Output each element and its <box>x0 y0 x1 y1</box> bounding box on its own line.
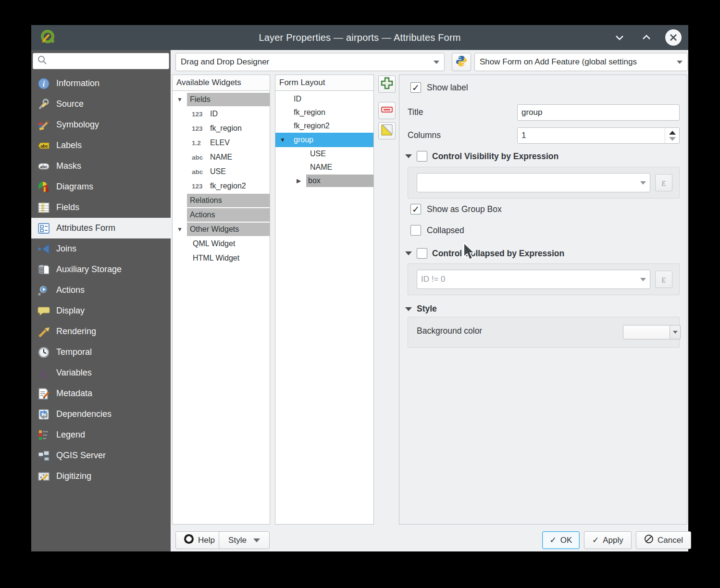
layout-item-group[interactable]: ▼ group <box>275 133 373 147</box>
expander-closed-icon[interactable]: ▶ <box>297 177 306 184</box>
close-icon[interactable] <box>665 29 682 46</box>
tree-category-other-widgets[interactable]: ▼ Other Widgets <box>173 222 270 237</box>
sidebar-item-legend[interactable]: Legend <box>31 425 171 445</box>
sidebar-item-dependencies[interactable]: Dependencies <box>31 404 171 425</box>
expander-open-icon[interactable]: ▼ <box>173 226 187 233</box>
sidebar-item-masks[interactable]: abc Masks <box>31 156 171 176</box>
sidebar-item-attributes-form[interactable]: Attributes Form <box>31 218 171 238</box>
qgis-logo-icon <box>38 28 56 47</box>
color-dropdown-arrow[interactable] <box>670 325 681 339</box>
help-button[interactable]: Help <box>175 531 223 549</box>
visibility-expression-frame: ε <box>408 167 680 199</box>
collapse-arrow-icon[interactable] <box>405 307 412 311</box>
available-widgets-header: Available Widgets <box>173 75 270 91</box>
tree-item-fk-region2[interactable]: 123 fk_region2 <box>173 179 270 193</box>
dialog-footer: Help Style ✓ OK ✓ Apply Cancel <box>171 531 688 550</box>
layout-item-name[interactable]: NAME <box>275 161 373 174</box>
python-init-button[interactable] <box>452 53 471 71</box>
tree-item-use[interactable]: abc USE <box>173 164 270 179</box>
sidebar-item-diagrams[interactable]: Diagrams <box>31 176 171 197</box>
search-box[interactable] <box>33 53 169 69</box>
integer-field-icon: 123 <box>192 125 210 132</box>
form-layout-tree: ID fk_region fk_region2 ▼ group USE NAME <box>275 91 373 188</box>
layout-item-fk-region[interactable]: fk_region <box>275 106 373 119</box>
collapse-expr-checkbox[interactable]: ✓ <box>417 248 427 259</box>
widget-properties-panel: ✓ Show label Title Columns ✓ Control <box>399 75 687 525</box>
sidebar-item-metadata[interactable]: Metadata <box>31 383 171 404</box>
columns-input[interactable] <box>518 128 665 143</box>
style-button[interactable]: Style <box>219 531 270 549</box>
spin-down-icon[interactable] <box>669 137 676 141</box>
sidebar-item-temporal[interactable]: Temporal <box>31 342 171 363</box>
collapse-arrow-icon[interactable] <box>405 154 412 158</box>
show-label-row: ✓ Show label <box>410 82 468 93</box>
background-color-button[interactable] <box>623 325 681 339</box>
color-swatch[interactable] <box>623 325 670 339</box>
sidebar-item-symbology[interactable]: Symbology <box>31 114 171 135</box>
tree-item-elev[interactable]: 1.2 ELEV <box>173 136 270 150</box>
columns-spinner[interactable] <box>517 127 680 144</box>
ok-button[interactable]: ✓ OK <box>542 531 580 549</box>
visibility-expression-builder-button[interactable]: ε <box>655 174 672 191</box>
add-widget-button[interactable] <box>378 75 396 93</box>
spinner-arrows[interactable] <box>665 128 679 143</box>
collapsed-expression-builder-button[interactable]: ε <box>655 271 672 288</box>
metadata-icon <box>37 387 50 400</box>
spin-up-icon[interactable] <box>669 131 676 135</box>
sidebar-item-information[interactable]: i Information <box>31 73 171 94</box>
sidebar-item-labels[interactable]: abc Labels <box>31 135 171 156</box>
tree-item-qml-widget[interactable]: QML Widget <box>173 237 270 251</box>
visibility-checkbox[interactable]: ✓ <box>417 151 427 162</box>
collapse-arrow-icon[interactable] <box>405 251 412 255</box>
epsilon-icon: ε <box>661 274 666 285</box>
title-input[interactable] <box>517 104 680 121</box>
tree-category-relations[interactable]: Relations <box>173 193 270 208</box>
joins-icon <box>37 242 50 256</box>
expander-open-icon[interactable]: ▼ <box>173 96 187 103</box>
tree-category-fields[interactable]: ▼ Fields <box>173 92 270 107</box>
search-icon <box>37 55 48 67</box>
cancel-button[interactable]: Cancel <box>636 531 691 549</box>
integer-field-icon: 123 <box>192 183 210 190</box>
visibility-expression-input[interactable] <box>421 178 640 188</box>
layout-item-use[interactable]: USE <box>275 147 373 161</box>
collapsed-checkbox[interactable]: ✓ <box>410 225 421 236</box>
show-as-group-box-checkbox[interactable]: ✓ <box>410 204 421 214</box>
expander-open-icon[interactable]: ▼ <box>275 137 290 143</box>
sidebar-item-joins[interactable]: Joins <box>31 238 171 259</box>
sidebar-item-digitizing[interactable]: Digitizing <box>31 466 171 487</box>
apply-button[interactable]: ✓ Apply <box>584 531 632 549</box>
form-mode-select[interactable]: Show Form on Add Feature (global setting… <box>474 53 688 71</box>
tree-item-id[interactable]: 123 ID <box>173 107 270 121</box>
sidebar-item-rendering[interactable]: Rendering <box>31 321 171 342</box>
search-input[interactable] <box>50 55 169 67</box>
show-label-checkbox[interactable]: ✓ <box>410 82 421 93</box>
sidebar-item-auxiliary-storage[interactable]: Auxiliary Storage <box>31 259 171 280</box>
style-section-header: Style <box>405 304 437 314</box>
collapsed-expression-combo[interactable] <box>417 270 650 289</box>
collapsed-expression-input[interactable] <box>421 275 640 284</box>
layout-item-box[interactable]: ▶ box <box>275 174 373 188</box>
sidebar-item-variables[interactable]: ε Variables <box>31 363 171 383</box>
layout-item-fk-region2[interactable]: fk_region2 <box>275 119 373 133</box>
edit-widget-button[interactable] <box>378 122 396 139</box>
sidebar-item-source[interactable]: Source <box>31 94 171 114</box>
remove-widget-button[interactable] <box>378 102 396 119</box>
legend-icon <box>37 428 50 442</box>
tree-item-name[interactable]: abc NAME <box>173 150 270 164</box>
designer-select[interactable]: Drag and Drop Designer <box>175 53 445 71</box>
tree-item-fk-region[interactable]: 123 fk_region <box>173 121 270 136</box>
collapsed-expression-frame: ε <box>408 263 680 295</box>
maximize-icon[interactable] <box>638 29 655 46</box>
layout-item-id[interactable]: ID <box>275 92 373 106</box>
minimize-icon[interactable] <box>611 29 628 46</box>
sidebar-item-display[interactable]: Display <box>31 300 171 321</box>
tree-item-html-widget[interactable]: HTML Widget <box>173 251 270 265</box>
svg-text:ε: ε <box>41 367 46 379</box>
sidebar-item-actions[interactable]: Actions <box>31 280 171 300</box>
titlebar[interactable]: Layer Properties — airports — Attributes… <box>31 25 688 50</box>
sidebar-item-fields[interactable]: Fields <box>31 197 171 218</box>
tree-category-actions[interactable]: Actions <box>173 208 270 222</box>
visibility-expression-combo[interactable] <box>417 173 650 192</box>
sidebar-item-qgis-server[interactable]: QGIS Server <box>31 445 171 466</box>
